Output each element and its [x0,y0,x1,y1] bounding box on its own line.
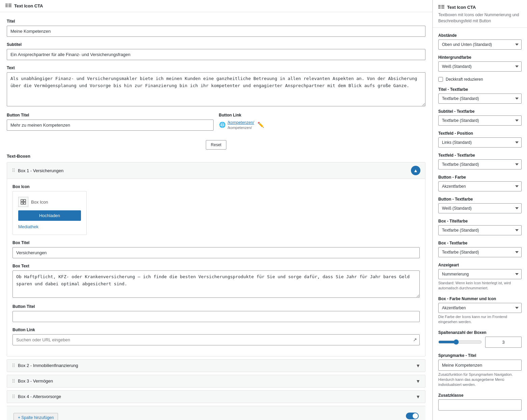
icon-preview: Box Icon [18,197,81,207]
box-button-link-input[interactable] [12,334,420,345]
textfeld-textfarbe-select[interactable]: Textfarbe (Standard)WeißAkzentfarbe [438,159,522,169]
box2-row: ⠿ Box 2 - Immobilienfinanzierung ▼ [7,359,425,372]
deckkraft-checkbox[interactable] [438,77,443,82]
sprungmarke-label: Sprungmarke - Titel [438,353,522,358]
subtitel-label: Subtitel [7,42,425,47]
button-textfarbe-label: Button - Textfarbe [438,197,522,202]
box1-drag-handle[interactable]: ⠿ [12,168,15,173]
svg-rect-12 [438,8,441,8]
hintergrundfarbe-select[interactable]: Weiß (Standard)GrauDunkelAkzentfarbe [438,61,522,72]
box-titel-label: Box Titel [12,240,420,245]
sprungmarke-input[interactable] [438,360,522,371]
chevron-up-icon: ▲ [413,168,418,173]
icon-box [18,197,28,207]
svg-rect-11 [438,6,441,7]
toggle-slider [406,413,419,419]
box3-drag-handle[interactable]: ⠿ [12,378,15,384]
box1-header[interactable]: ⠿ Box 1 - Versicherungen ▲ [7,162,425,179]
text-textarea[interactable]: Als unabhängiger Finanz- und Versicherun… [7,72,425,106]
icon-preview-label: Box Icon [31,200,48,205]
titel-input[interactable] [7,26,425,37]
box-icon-label: Box Icon [12,184,420,189]
button-link-sub: /kompetenzen/ [228,126,252,130]
mediathek-link[interactable]: Mediathek [18,224,81,229]
hintergrundfarbe-label: Hintergrundfarbe [438,55,522,60]
box-textfarbe-section: Box - Textfarbe Textfarbe (Standard)Weiß… [438,241,522,257]
box-farbe-nummer-icon-section: Box - Farbe Nummer und Icon Akzentfarben… [438,296,522,325]
spaltenanzahl-label: Spaltenanzahl der Boxen [438,330,522,335]
box-titelfarbe-select[interactable]: Textfarbe (Standard)WeißAkzentfarbe [438,225,522,235]
anzeigeart-select[interactable]: NummerierungIconsKeine [438,269,522,279]
sidebar-description: Textboxen mit Icons oder Nummerierung un… [438,12,522,24]
subtitel-textfarbe-label: Subtitel - Textfarbe [438,109,522,114]
zusatzklasse-input[interactable] [438,399,522,411]
text-field-group: Text Als unabhängiger Finanz- und Versic… [7,65,425,107]
reset-button[interactable]: Reset [206,140,226,150]
box1-content: Box Icon [7,179,425,356]
svg-rect-5 [8,6,11,7]
box2-chevron-icon: ▼ [416,363,420,368]
textfeld-position-select[interactable]: Links (Standard)RechtsMitte [438,137,522,148]
deckkraft-label[interactable]: Deckkraft reduzieren [446,77,483,82]
subtitel-textfarbe-select[interactable]: Textfarbe (Standard)WeißAkzentfarbe [438,115,522,126]
icon-upload-area: Box Icon Hochladen Mediathek [12,191,87,235]
box1-title: Box 1 - Versicherungen [18,168,408,173]
subtitel-field-group: Subtitel [7,42,425,60]
url-search-icon: ↗ [413,337,417,342]
upload-button[interactable]: Hochladen [18,210,81,221]
box-button-titel-input[interactable] [12,311,420,322]
anzeigeart-label: Anzeigeart [438,263,522,267]
box-textfarbe-select[interactable]: Textfarbe (Standard)WeißAkzentfarbe [438,247,522,257]
box2-header[interactable]: ⠿ Box 2 - Immobilienfinanzierung ▼ [7,360,425,372]
button-farbe-section: Button - Farbe AkzentfarbenWeißDunkel [438,175,522,191]
box-button-link-label: Button Link [12,327,420,332]
abstaende-section: Abstände Oben und Unten (Standard)Nur Ob… [438,33,522,50]
svg-rect-2 [5,6,8,7]
box-titel-input[interactable] [12,247,420,258]
box4-header[interactable]: ⠿ Box 4 - Altersvorsorge ▼ [7,391,425,403]
svg-rect-3 [8,4,11,4]
box1-collapse-button[interactable]: ▲ [411,166,420,175]
abstaende-select[interactable]: Oben und Unten (Standard)Nur ObenNur Unt… [438,40,522,50]
sidebar: Text Icon CTA Textboxen mit Icons oder N… [433,0,527,420]
button-titel-label: Button Titel [7,113,214,117]
svg-rect-13 [441,5,444,6]
box2-drag-handle[interactable]: ⠿ [12,363,15,368]
box-button-titel-label: Button Titel [12,304,420,309]
box-button-link-group: Button Link ↗ [12,327,420,345]
button-link-group: Button Link 🌐 /kompetenzen/ /kompetenzen… [219,113,426,130]
button-textfarbe-select[interactable]: Weiß (Standard)DunkelAkzentfarbe [438,203,522,213]
button-link-label: Button Link [219,113,426,117]
box3-header[interactable]: ⠿ Box 3 - Vermögen ▼ [7,375,425,387]
zusatzklasse-label: Zusatzklasse [438,393,522,398]
titel-textfarbe-select[interactable]: Textfarbe (Standard)WeißAkzentfarbe [438,94,522,104]
bottom-bar: + Spalte hinzufügen [7,406,425,420]
sprungmarke-section: Sprungmarke - Titel Zusatzfunktion für S… [438,353,522,388]
sidebar-body: Abstände Oben und Unten (Standard)Nur Ob… [433,28,527,420]
subtitel-textfarbe-section: Subtitel - Textfarbe Textfarbe (Standard… [438,109,522,126]
spaltenanzahl-section: Spaltenanzahl der Boxen [438,330,522,348]
box-titelfarbe-section: Box - Titelfarbe Textfarbe (Standard)Wei… [438,219,522,235]
box2-title: Box 2 - Immobilienfinanzierung [18,363,413,368]
box4-drag-handle[interactable]: ⠿ [12,394,15,399]
hintergrundfarbe-section: Hintergrundfarbe Weiß (Standard)GrauDunk… [438,55,522,72]
box4-chevron-icon: ▼ [416,394,420,399]
reset-wrapper: Reset [7,140,425,150]
text-boxen-label: Text-Boxen [7,154,425,159]
button-titel-input[interactable] [7,120,214,131]
spaltenanzahl-slider[interactable] [438,339,482,345]
deckkraft-section: Deckkraft reduzieren [438,77,522,82]
button-link-text[interactable]: /kompetenzen/ [228,120,254,125]
box-farbe-nummer-icon-select[interactable]: AkzentfarbenWeißDunkel [438,303,522,313]
box-text-textarea[interactable]: Ob Haftpflicht, KFZ- oder Krankenversich… [12,270,420,297]
add-column-button[interactable]: + Spalte hinzufügen [13,413,58,420]
toggle-switch[interactable] [406,413,419,419]
subtitel-input[interactable] [7,49,425,60]
block-icon [5,4,11,8]
spaltenanzahl-value-input[interactable] [485,337,522,348]
button-farbe-select[interactable]: AkzentfarbenWeißDunkel [438,181,522,191]
box-icon-group: Box Icon [12,184,420,235]
button-link-wrapper: 🌐 /kompetenzen/ /kompetenzen/ ✏️ [219,120,426,130]
edit-link-button[interactable]: ✏️ [256,120,266,129]
deckkraft-row: Deckkraft reduzieren [438,77,522,82]
